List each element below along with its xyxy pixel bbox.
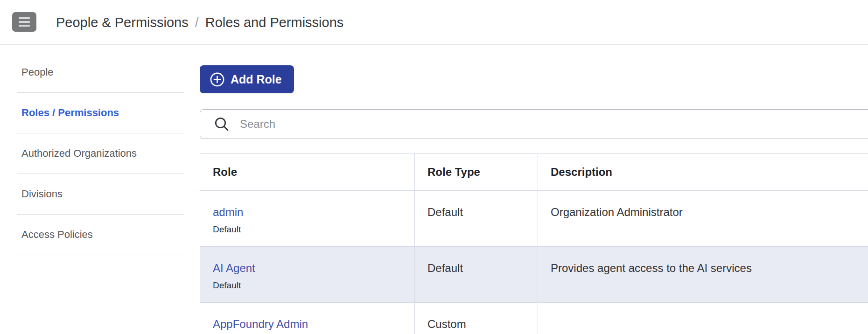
role-type-cell: Default bbox=[415, 191, 538, 246]
description-cell: Provides agent access to the AI services bbox=[538, 247, 868, 302]
role-cell: AI Agent Default bbox=[200, 247, 415, 302]
column-header-role: Role bbox=[200, 154, 415, 190]
top-header: People & Permissions / Roles and Permiss… bbox=[0, 0, 868, 45]
roles-table: Role Role Type Description admin Default… bbox=[200, 153, 868, 334]
sidebar-item-divisions[interactable]: Divisions bbox=[17, 174, 184, 215]
search-icon bbox=[214, 117, 230, 132]
role-cell: AppFoundry Admin bbox=[200, 303, 415, 334]
role-link-ai-agent[interactable]: AI Agent bbox=[213, 262, 255, 275]
role-type-cell: Custom bbox=[415, 303, 538, 334]
role-subtext: Default bbox=[213, 224, 414, 235]
table-row-admin: admin Default Default Organization Admin… bbox=[200, 191, 868, 247]
table-row-ai-agent: AI Agent Default Default Provides agent … bbox=[200, 247, 868, 303]
description-cell bbox=[538, 303, 868, 334]
sidebar-item-access-policies[interactable]: Access Policies bbox=[17, 215, 184, 255]
add-role-button-label: Add Role bbox=[231, 73, 282, 86]
table-header-row: Role Role Type Description bbox=[200, 154, 868, 191]
role-cell: admin Default bbox=[200, 191, 415, 246]
breadcrumb-current-page: Roles and Permissions bbox=[205, 15, 344, 30]
sidebar-item-label: Roles / Permissions bbox=[21, 107, 119, 119]
table-row-appfoundry-admin: AppFoundry Admin Custom bbox=[200, 303, 868, 334]
column-header-role-type: Role Type bbox=[415, 154, 538, 190]
breadcrumb-separator: / bbox=[195, 15, 199, 30]
search-input[interactable] bbox=[240, 118, 800, 131]
hamburger-menu-button[interactable] bbox=[12, 12, 36, 32]
column-header-description: Description bbox=[538, 154, 868, 190]
sidebar-item-label: Divisions bbox=[21, 188, 63, 200]
sidebar-item-label: Access Policies bbox=[21, 229, 93, 241]
breadcrumb-section[interactable]: People & Permissions bbox=[56, 15, 189, 30]
add-role-button[interactable]: Add Role bbox=[200, 65, 294, 93]
role-subtext: Default bbox=[213, 280, 414, 291]
settings-sidebar: People Roles / Permissions Authorized Or… bbox=[17, 52, 184, 255]
sidebar-item-authorized-organizations[interactable]: Authorized Organizations bbox=[17, 133, 184, 174]
hamburger-icon bbox=[19, 17, 30, 19]
breadcrumb: People & Permissions / Roles and Permiss… bbox=[56, 0, 343, 45]
sidebar-item-roles-permissions[interactable]: Roles / Permissions bbox=[17, 93, 184, 133]
sidebar-item-label: Authorized Organizations bbox=[21, 147, 137, 160]
sidebar-item-people[interactable]: People bbox=[17, 52, 184, 93]
role-type-cell: Default bbox=[415, 247, 538, 302]
sidebar-item-label: People bbox=[21, 66, 54, 78]
role-link-appfoundry-admin[interactable]: AppFoundry Admin bbox=[213, 318, 308, 331]
plus-circle-icon bbox=[210, 72, 224, 87]
description-cell: Organization Administrator bbox=[538, 191, 868, 246]
search-box bbox=[200, 109, 868, 139]
role-link-admin[interactable]: admin bbox=[213, 206, 243, 219]
